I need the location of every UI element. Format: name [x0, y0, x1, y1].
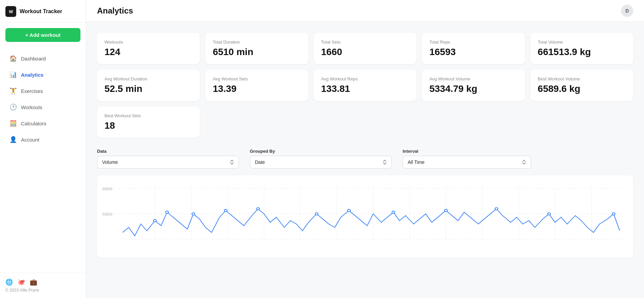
svg-point-22	[257, 208, 259, 210]
svg-point-20	[192, 213, 195, 215]
stat-value: 1660	[321, 47, 409, 57]
github-icon[interactable]: 🐙	[18, 278, 25, 286]
stat-value: 661513.9 kg	[538, 47, 626, 57]
social-links: 🌐🐙💼	[5, 278, 80, 286]
stat-card: Best Workout Sets 18	[97, 106, 200, 138]
chart-container: 6800 5950	[97, 175, 633, 258]
app-title: Workout Tracker	[20, 8, 62, 15]
stat-value: 16593	[429, 47, 517, 57]
sidebar-item-label-account: Account	[21, 137, 39, 143]
svg-point-23	[315, 213, 318, 215]
stat-card: Avg Workout Sets 13.39	[205, 70, 308, 101]
sidebar-header: W Workout Tracker	[0, 0, 86, 23]
sidebar-item-dashboard[interactable]: 🏠 Dashboard	[3, 51, 83, 66]
stat-card: Best Workout Volume 6589.6 kg	[530, 70, 633, 101]
analytics-content: Workouts 124 Total Duration 6510 min Tot…	[86, 22, 644, 298]
line-chart: 6800 5950	[102, 183, 628, 251]
stat-label: Avg Workout Duration	[104, 76, 192, 81]
sidebar-item-workouts[interactable]: 🕐 Workouts	[3, 99, 83, 115]
svg-point-21	[224, 209, 227, 212]
stat-label: Total Volume	[538, 40, 626, 45]
sidebar-item-calculators[interactable]: 🧮 Calculators	[3, 116, 83, 131]
copyright: © 2023 Ville Prami	[5, 288, 80, 293]
stat-card: Avg Workout Duration 52.5 min	[97, 70, 200, 101]
account-icon: 👤	[9, 136, 17, 143]
stat-value: 18	[104, 120, 192, 131]
interval-control: Interval All TimeLast 7 DaysLast 30 Days…	[403, 149, 531, 169]
sidebar-item-exercises[interactable]: 🏋 Exercises	[3, 83, 83, 99]
stat-card: Total Volume 661513.9 kg	[530, 33, 633, 64]
linkedin-icon[interactable]: 💼	[30, 278, 37, 286]
stat-label: Workouts	[104, 40, 192, 45]
add-workout-button[interactable]: + Add workout	[5, 28, 80, 42]
grouped-by-select[interactable]: DateExerciseMuscle Group	[250, 156, 392, 169]
svg-point-25	[392, 211, 395, 214]
sidebar-item-label-dashboard: Dashboard	[21, 56, 46, 61]
svg-point-24	[348, 209, 350, 212]
sidebar-item-label-exercises: Exercises	[21, 88, 43, 94]
globe-icon[interactable]: 🌐	[5, 278, 13, 286]
analytics-icon: 📊	[9, 71, 17, 78]
stat-label: Best Workout Sets	[104, 113, 192, 118]
sidebar-item-account[interactable]: 👤 Account	[3, 132, 83, 147]
sidebar-item-label-calculators: Calculators	[21, 121, 46, 126]
sidebar-item-analytics[interactable]: 📊 Analytics	[3, 67, 83, 82]
stat-label: Total Duration	[213, 40, 301, 45]
stat-card: Avg Workout Reps 133.81	[314, 70, 416, 101]
svg-point-28	[548, 213, 550, 215]
stat-label: Total Sets	[321, 40, 409, 45]
grouped-control: Grouped By DateExerciseMuscle Group	[250, 149, 392, 169]
stats-row-2: Avg Workout Duration 52.5 min Avg Workou…	[97, 70, 633, 101]
stat-card: Total Sets 1660	[314, 33, 416, 64]
interval-label: Interval	[403, 149, 531, 154]
stat-value: 6589.6 kg	[538, 83, 626, 94]
sidebar-footer: 🌐🐙💼 © 2023 Ville Prami	[0, 273, 86, 298]
exercises-icon: 🏋	[9, 87, 17, 95]
svg-point-27	[495, 208, 498, 210]
chart-controls: Data VolumeSetsRepsDuration Grouped By D…	[97, 149, 633, 169]
svg-text:5950: 5950	[102, 212, 113, 217]
sidebar: W Workout Tracker + Add workout 🏠 Dashbo…	[0, 0, 86, 298]
stats-row-3: Best Workout Sets 18	[97, 106, 633, 138]
stat-value: 6510 min	[213, 47, 301, 57]
sidebar-item-label-workouts: Workouts	[21, 104, 42, 110]
main-content: Analytics D Workouts 124 Total Duration …	[86, 0, 644, 298]
data-control: Data VolumeSetsRepsDuration	[97, 149, 239, 169]
stat-card: Workouts 124	[97, 33, 200, 64]
stat-label: Avg Workout Reps	[321, 76, 409, 81]
stat-value: 133.81	[321, 83, 409, 94]
app-logo: W	[5, 6, 16, 17]
stat-value: 5334.79 kg	[429, 83, 517, 94]
stat-card: Total Reps 16593	[422, 33, 525, 64]
calculators-icon: 🧮	[9, 120, 17, 127]
stat-card: Avg Workout Volume 5334.79 kg	[422, 70, 525, 101]
svg-point-29	[612, 213, 615, 215]
data-label: Data	[97, 149, 239, 154]
stat-label: Avg Workout Sets	[213, 76, 301, 81]
interval-select[interactable]: All TimeLast 7 DaysLast 30 DaysLast 90 D…	[403, 156, 531, 169]
sidebar-item-label-analytics: Analytics	[21, 72, 44, 78]
stat-label: Total Reps	[429, 40, 517, 45]
svg-point-18	[153, 220, 156, 222]
workouts-icon: 🕐	[9, 103, 17, 111]
grouped-label: Grouped By	[250, 149, 392, 154]
user-avatar[interactable]: D	[621, 5, 633, 17]
stat-value: 124	[104, 47, 192, 57]
svg-point-19	[166, 211, 168, 214]
stat-label: Avg Workout Volume	[429, 76, 517, 81]
data-select[interactable]: VolumeSetsRepsDuration	[97, 156, 239, 169]
topbar: Analytics D	[86, 0, 644, 22]
sidebar-nav: 🏠 Dashboard 📊 Analytics 🏋 Exercises 🕐 Wo…	[0, 47, 86, 273]
stat-label: Best Workout Volume	[538, 76, 626, 81]
page-title: Analytics	[97, 6, 133, 16]
dashboard-icon: 🏠	[9, 55, 17, 62]
stat-value: 13.39	[213, 83, 301, 94]
svg-text:6800: 6800	[102, 187, 113, 191]
stat-value: 52.5 min	[104, 83, 192, 94]
stat-card: Total Duration 6510 min	[205, 33, 308, 64]
svg-point-26	[445, 209, 447, 212]
stats-row-1: Workouts 124 Total Duration 6510 min Tot…	[97, 33, 633, 64]
